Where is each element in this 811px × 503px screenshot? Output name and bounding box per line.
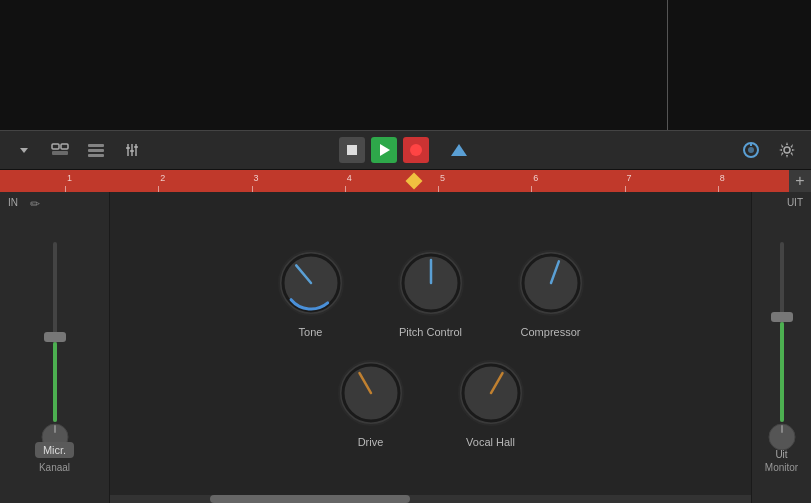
channel-sub-label: Kanaal bbox=[39, 462, 70, 473]
list-view-button[interactable] bbox=[82, 136, 110, 164]
svg-marker-13 bbox=[451, 144, 467, 156]
channel-strip-left: IN ✏ Micr. Kanaal bbox=[0, 192, 110, 503]
pencil-icon[interactable]: ✏ bbox=[30, 197, 40, 211]
pitch-control-knob[interactable] bbox=[396, 248, 466, 318]
channel-name-badge[interactable]: Micr. bbox=[35, 442, 74, 458]
fader-handle[interactable] bbox=[44, 332, 66, 342]
toolbar-left bbox=[10, 136, 146, 164]
vocal-hall-label: Vocal Hall bbox=[466, 436, 515, 448]
main-area: IN ✏ Micr. Kanaal bbox=[0, 192, 811, 503]
stop-button[interactable] bbox=[339, 137, 365, 163]
fader-level-green bbox=[53, 342, 57, 422]
output-fader-track bbox=[780, 242, 784, 422]
drive-label: Drive bbox=[358, 436, 384, 448]
stop-icon bbox=[347, 145, 357, 155]
svg-rect-11 bbox=[130, 150, 134, 152]
dropdown-arrow-button[interactable] bbox=[10, 136, 38, 164]
channel-strip-right: UIT Uit Monitor bbox=[751, 192, 811, 503]
drive-knob[interactable] bbox=[336, 358, 406, 428]
channel-bottom-labels: Micr. Kanaal bbox=[0, 442, 109, 473]
knobs-row-1: Tone Pitch Control Compressor bbox=[276, 248, 586, 338]
svg-rect-10 bbox=[126, 147, 130, 149]
output-fader-container bbox=[780, 242, 784, 442]
svg-rect-2 bbox=[61, 144, 68, 149]
knobs-row-2: Drive Vocal Hall bbox=[336, 358, 526, 448]
effects-area: Tone Pitch Control Compressor bbox=[110, 192, 751, 503]
compressor-knob-group: Compressor bbox=[516, 248, 586, 338]
ruler-mark-7: 7 bbox=[625, 170, 718, 192]
settings-button[interactable] bbox=[773, 136, 801, 164]
play-icon bbox=[380, 144, 390, 156]
gear-icon bbox=[778, 141, 796, 159]
ruler-mark-4: 4 bbox=[345, 170, 438, 192]
scrollbar[interactable] bbox=[110, 495, 751, 503]
tuner-icon bbox=[742, 141, 760, 159]
smart-controls-button[interactable] bbox=[445, 136, 473, 164]
input-label: IN bbox=[8, 197, 18, 208]
vocal-hall-knob[interactable] bbox=[456, 358, 526, 428]
svg-rect-1 bbox=[52, 144, 59, 149]
playhead[interactable] bbox=[408, 170, 420, 187]
toolbar bbox=[0, 130, 811, 170]
record-icon bbox=[410, 144, 422, 156]
ruler-mark-5: 5 bbox=[438, 170, 531, 192]
drive-knob-group: Drive bbox=[336, 358, 406, 448]
ruler-mark-2: 2 bbox=[158, 170, 251, 192]
input-fader-container bbox=[53, 242, 57, 442]
ruler[interactable]: 1 2 3 4 5 6 7 8 bbox=[0, 170, 811, 192]
mixer-button[interactable] bbox=[118, 136, 146, 164]
output-fader-level-green bbox=[780, 322, 784, 422]
ruler-mark-3: 3 bbox=[252, 170, 345, 192]
svg-rect-12 bbox=[134, 146, 138, 148]
tone-label: Tone bbox=[299, 326, 323, 338]
play-button[interactable] bbox=[371, 137, 397, 163]
tone-knob[interactable] bbox=[276, 248, 346, 318]
compressor-knob[interactable] bbox=[516, 248, 586, 318]
record-button[interactable] bbox=[403, 137, 429, 163]
track-view-icon bbox=[51, 143, 69, 157]
add-track-button[interactable]: + bbox=[789, 170, 811, 192]
svg-rect-3 bbox=[52, 151, 68, 155]
tone-knob-group: Tone bbox=[276, 248, 346, 338]
output-channel-bottom: Uit Monitor bbox=[752, 449, 811, 473]
svg-marker-0 bbox=[20, 148, 28, 153]
track-view-button[interactable] bbox=[46, 136, 74, 164]
pitch-control-knob-group: Pitch Control bbox=[396, 248, 466, 338]
list-view-icon bbox=[88, 143, 104, 157]
output-sub-label: Monitor bbox=[765, 462, 798, 473]
svg-rect-4 bbox=[88, 144, 104, 147]
smart-controls-icon bbox=[450, 142, 468, 158]
svg-rect-5 bbox=[88, 149, 104, 152]
svg-point-15 bbox=[748, 147, 754, 153]
top-black-area bbox=[0, 0, 811, 130]
svg-rect-6 bbox=[88, 154, 104, 157]
mixer-icon bbox=[124, 143, 140, 157]
playhead-marker bbox=[406, 173, 423, 190]
output-label-bottom: Uit bbox=[775, 449, 787, 460]
dropdown-arrow-icon bbox=[18, 144, 30, 156]
toolbar-right bbox=[737, 136, 801, 164]
pitch-control-label: Pitch Control bbox=[399, 326, 462, 338]
ruler-mark-6: 6 bbox=[531, 170, 624, 192]
svg-point-17 bbox=[784, 147, 790, 153]
vocal-hall-knob-group: Vocal Hall bbox=[456, 358, 526, 448]
vertical-guide-line bbox=[667, 0, 668, 130]
ruler-mark-1: 1 bbox=[65, 170, 158, 192]
compressor-label: Compressor bbox=[521, 326, 581, 338]
transport-controls bbox=[339, 136, 473, 164]
scrollbar-thumb[interactable] bbox=[210, 495, 410, 503]
input-fader-track bbox=[53, 242, 57, 422]
output-fader-handle[interactable] bbox=[771, 312, 793, 322]
output-label-top: UIT bbox=[787, 197, 803, 208]
tuner-button[interactable] bbox=[737, 136, 765, 164]
